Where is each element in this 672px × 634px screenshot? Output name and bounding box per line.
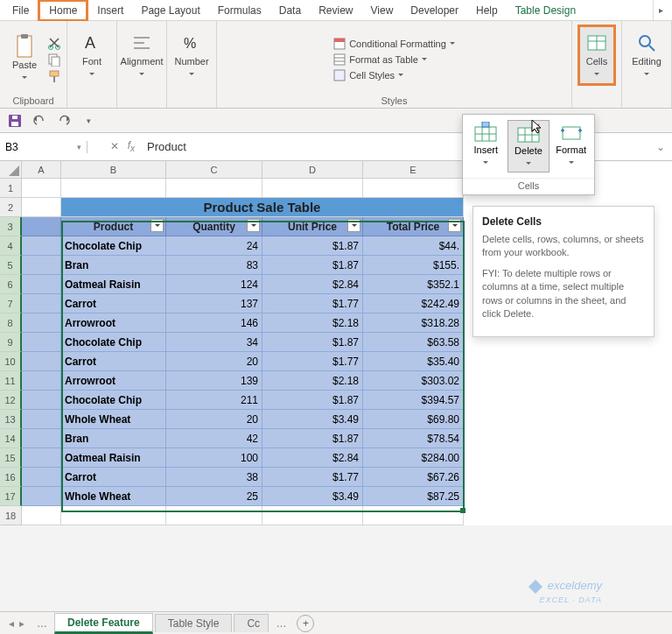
cell-product[interactable]: Carrot — [61, 352, 166, 371]
cell-unit-price[interactable]: $1.87 — [262, 236, 363, 256]
row-header[interactable]: 10 — [0, 352, 22, 371]
cell-quantity[interactable]: 25 — [166, 487, 262, 506]
cell-total-price[interactable]: $318.28 — [363, 313, 464, 333]
cell-styles-button[interactable]: Cell Styles — [333, 69, 403, 81]
name-box[interactable]: B3▾ — [0, 141, 88, 153]
cell-quantity[interactable]: 34 — [166, 333, 262, 352]
tab-formulas[interactable]: Formulas — [209, 2, 270, 19]
tab-home[interactable]: Home — [38, 0, 88, 21]
table-header-quantity[interactable]: Quantity — [166, 217, 262, 236]
cell-total-price[interactable]: $87.25 — [363, 487, 464, 506]
col-header[interactable]: A — [22, 161, 61, 179]
col-header[interactable]: E — [363, 161, 464, 179]
filter-icon[interactable] — [150, 219, 164, 232]
format-cells-button[interactable]: Format — [550, 120, 592, 173]
row-header[interactable]: 12 — [0, 391, 22, 410]
qat-customize-icon[interactable]: ▾ — [80, 113, 96, 129]
cell-unit-price[interactable]: $1.87 — [262, 333, 363, 352]
cell-unit-price[interactable]: $2.18 — [262, 313, 363, 333]
cell-product[interactable]: Arrowroot — [61, 371, 166, 391]
filter-icon[interactable] — [247, 219, 260, 232]
cell-quantity[interactable]: 83 — [166, 256, 262, 275]
row-header[interactable]: 7 — [0, 294, 22, 313]
undo-icon[interactable] — [32, 113, 47, 129]
editing-button[interactable]: Editing — [627, 25, 666, 86]
cell-quantity[interactable]: 42 — [166, 429, 262, 448]
cell-total-price[interactable]: $352.1 — [363, 275, 464, 294]
cell-unit-price[interactable]: $1.77 — [262, 468, 363, 487]
cell-total-price[interactable]: $69.80 — [363, 410, 464, 429]
row-header[interactable]: 17 — [0, 487, 22, 506]
cell-unit-price[interactable]: $1.87 — [262, 256, 363, 275]
table-row[interactable]: Carrot38$1.77$67.26 — [22, 468, 672, 487]
tab-insert[interactable]: Insert — [88, 2, 132, 19]
cell-unit-price[interactable]: $2.84 — [262, 275, 363, 294]
filter-icon[interactable] — [347, 219, 360, 232]
row-header[interactable]: 18 — [0, 506, 22, 525]
copy-icon[interactable] — [47, 53, 61, 67]
cell-product[interactable]: Oatmeal Raisin — [61, 275, 166, 294]
cell-total-price[interactable]: $394.57 — [363, 391, 464, 410]
row-header[interactable]: 14 — [0, 429, 22, 448]
cell-unit-price[interactable]: $3.49 — [262, 410, 363, 429]
cell-product[interactable]: Whole Wheat — [61, 410, 166, 429]
cell-unit-price[interactable]: $1.87 — [262, 429, 363, 448]
cell-quantity[interactable]: 24 — [166, 236, 262, 256]
row-header[interactable]: 11 — [0, 371, 22, 391]
sheet-tab-active[interactable]: Delete Feature — [54, 613, 153, 634]
cell-total-price[interactable]: $35.40 — [363, 352, 464, 371]
cell-total-price[interactable]: $78.54 — [363, 429, 464, 448]
row-header[interactable]: 9 — [0, 333, 22, 352]
sheet-more-icon[interactable]: … — [32, 617, 52, 630]
cut-icon[interactable] — [47, 36, 61, 50]
formula-expand-icon[interactable]: ⌄ — [649, 141, 672, 153]
paste-button[interactable]: Paste — [5, 29, 44, 90]
cell-unit-price[interactable]: $2.84 — [262, 448, 363, 468]
cell-total-price[interactable]: $44. — [363, 236, 464, 256]
row-header[interactable]: 1 — [0, 179, 22, 198]
table-row[interactable]: Whole Wheat25$3.49$87.25 — [22, 487, 672, 506]
number-button[interactable]: % Number — [172, 25, 211, 86]
cell-total-price[interactable]: $155. — [363, 256, 464, 275]
tab-file[interactable]: File — [4, 2, 38, 19]
cell-total-price[interactable]: $67.26 — [363, 468, 464, 487]
cell-product[interactable]: Bran — [61, 429, 166, 448]
col-header[interactable]: C — [166, 161, 262, 179]
cell-quantity[interactable]: 100 — [166, 448, 262, 468]
cell-product[interactable]: Carrot — [61, 294, 166, 313]
cell-product[interactable]: Bran — [61, 256, 166, 275]
tab-table-design[interactable]: Table Design — [507, 2, 584, 19]
tab-developer[interactable]: Developer — [402, 2, 467, 19]
cell-quantity[interactable]: 20 — [166, 410, 262, 429]
row-header[interactable]: 6 — [0, 275, 22, 294]
cell-product[interactable]: Whole Wheat — [61, 487, 166, 506]
tab-view[interactable]: View — [362, 2, 402, 19]
cell-quantity[interactable]: 146 — [166, 313, 262, 333]
table-header-unit-price[interactable]: Unit Price — [262, 217, 363, 236]
conditional-formatting-button[interactable]: Conditional Formatting — [333, 38, 455, 50]
tab-help[interactable]: Help — [467, 2, 507, 19]
delete-cells-button[interactable]: Delete — [508, 120, 550, 173]
cell-quantity[interactable]: 124 — [166, 275, 262, 294]
table-header-total-price[interactable]: Total Price — [363, 217, 464, 236]
cell-unit-price[interactable]: $1.77 — [262, 294, 363, 313]
ribbon-overflow-icon[interactable]: ▸ — [653, 0, 668, 20]
cell-unit-price[interactable]: $1.77 — [262, 352, 363, 371]
sheet-nav-prev-icon[interactable]: ◂ — [9, 617, 14, 630]
insert-cells-button[interactable]: Insert — [465, 120, 507, 173]
cell-product[interactable]: Carrot — [61, 468, 166, 487]
cell-total-price[interactable]: $63.58 — [363, 333, 464, 352]
col-header[interactable]: D — [262, 161, 363, 179]
cell-unit-price[interactable]: $2.18 — [262, 371, 363, 391]
cell-quantity[interactable]: 38 — [166, 468, 262, 487]
cancel-icon[interactable]: ✕ — [110, 140, 119, 152]
sheet-more-icon[interactable]: … — [270, 617, 291, 630]
sheet-nav-next-icon[interactable]: ▸ — [19, 617, 24, 630]
cell-total-price[interactable]: $303.02 — [363, 371, 464, 391]
sheet-tab[interactable]: Table Style — [155, 614, 233, 632]
alignment-button[interactable]: Alignment — [122, 25, 161, 86]
table-row[interactable]: Bran42$1.87$78.54 — [22, 429, 672, 448]
row-header[interactable]: 2 — [0, 198, 22, 217]
cell-unit-price[interactable]: $1.87 — [262, 391, 363, 410]
row-header[interactable]: 4 — [0, 236, 22, 256]
